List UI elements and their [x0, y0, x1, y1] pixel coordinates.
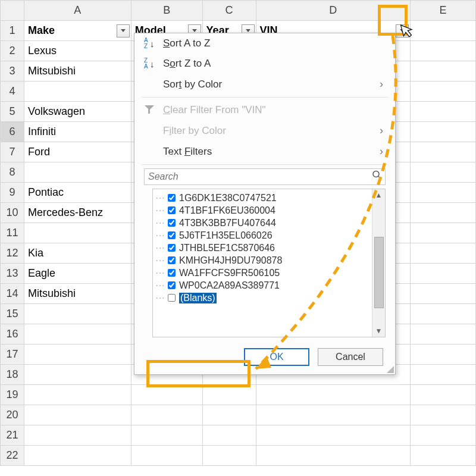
- cell[interactable]: [411, 405, 476, 425]
- cell[interactable]: [24, 162, 131, 183]
- row-header[interactable]: 10: [1, 203, 24, 223]
- ok-button[interactable]: OK: [244, 348, 309, 366]
- row-header[interactable]: 15: [1, 304, 24, 324]
- cell[interactable]: Mitsubishi: [24, 284, 131, 304]
- cell[interactable]: Pontiac: [24, 183, 131, 203]
- cell[interactable]: [411, 345, 476, 365]
- row-header[interactable]: 22: [1, 446, 24, 466]
- row-header[interactable]: 1: [1, 21, 24, 41]
- row-header[interactable]: 17: [1, 345, 24, 365]
- filter-checkbox[interactable]: [168, 244, 176, 252]
- row-header[interactable]: 5: [1, 102, 24, 122]
- filter-item[interactable]: ⋯4T3BK3BB7FU407644: [153, 217, 372, 229]
- cell[interactable]: [411, 385, 476, 405]
- scroll-thumb[interactable]: [374, 237, 384, 308]
- cell[interactable]: Kia: [24, 243, 131, 264]
- filter-item[interactable]: ⋯JTHBL5EF1C5870646: [153, 242, 372, 254]
- cell[interactable]: [202, 385, 256, 405]
- resize-handle[interactable]: [387, 366, 394, 373]
- filter-item[interactable]: ⋯1G6DK1E38C0747521: [153, 192, 372, 204]
- cell[interactable]: [24, 82, 131, 102]
- row-header[interactable]: 6: [1, 122, 24, 142]
- cell[interactable]: [131, 405, 202, 425]
- filter-value-list[interactable]: ⋯1G6DK1E38C0747521⋯4T1BF1FK6EU360004⋯4T3…: [152, 189, 386, 337]
- row-header[interactable]: 21: [1, 425, 24, 446]
- filter-checkbox[interactable]: [168, 256, 176, 264]
- scrollbar[interactable]: ▲ ▼: [372, 189, 385, 337]
- cell[interactable]: [411, 223, 476, 243]
- cell[interactable]: Mitsubishi: [24, 61, 131, 82]
- row-header[interactable]: 3: [1, 61, 24, 82]
- cell[interactable]: [24, 365, 131, 385]
- cell[interactable]: [24, 385, 131, 405]
- col-header-e[interactable]: E: [411, 1, 476, 21]
- cell[interactable]: [24, 345, 131, 365]
- cell-header-make[interactable]: Make: [24, 21, 131, 41]
- col-header-c[interactable]: C: [202, 1, 256, 21]
- cell[interactable]: Lexus: [24, 41, 131, 61]
- scroll-up-icon[interactable]: ▲: [375, 189, 383, 201]
- scroll-down-icon[interactable]: ▼: [375, 325, 383, 337]
- row-header[interactable]: 8: [1, 162, 24, 183]
- cell[interactable]: [411, 425, 476, 446]
- row-header[interactable]: 13: [1, 264, 24, 284]
- cell[interactable]: [411, 82, 476, 102]
- sort-a-to-z[interactable]: ↓ SSort A to Zort A to Z: [134, 33, 395, 54]
- cell[interactable]: [256, 425, 411, 446]
- row-header[interactable]: 14: [1, 284, 24, 304]
- cell[interactable]: [256, 405, 411, 425]
- filter-item[interactable]: ⋯WA1FFCFS9FR506105: [153, 267, 372, 279]
- cell[interactable]: Volkswagen: [24, 102, 131, 122]
- cell[interactable]: [411, 304, 476, 324]
- filter-checkbox[interactable]: [168, 269, 176, 277]
- filter-item[interactable]: ⋯WP0CA2A89AS389771: [153, 279, 372, 292]
- filter-button-make[interactable]: [117, 24, 130, 37]
- row-header[interactable]: 4: [1, 82, 24, 102]
- col-header-a[interactable]: A: [24, 1, 131, 21]
- filter-item[interactable]: ⋯KMHGH4JH9DU790878: [153, 254, 372, 267]
- text-filters[interactable]: Text Filters ›: [134, 141, 395, 162]
- cell[interactable]: [411, 365, 476, 385]
- cell[interactable]: [24, 405, 131, 425]
- filter-checkbox[interactable]: [168, 231, 176, 239]
- filter-checkbox[interactable]: [168, 219, 176, 227]
- cell[interactable]: [24, 425, 131, 446]
- cell[interactable]: [411, 324, 476, 345]
- cancel-button[interactable]: Cancel: [318, 348, 383, 366]
- row-header[interactable]: 19: [1, 385, 24, 405]
- cell[interactable]: [131, 385, 202, 405]
- col-header-b[interactable]: B: [131, 1, 202, 21]
- filter-checkbox[interactable]: [168, 281, 176, 289]
- filter-item[interactable]: ⋯(Blanks): [153, 292, 372, 304]
- col-header-d[interactable]: D: [256, 1, 411, 21]
- sort-by-color[interactable]: Sort by Color ›: [134, 74, 395, 95]
- cell[interactable]: [411, 284, 476, 304]
- cell[interactable]: [24, 223, 131, 243]
- filter-item[interactable]: ⋯4T1BF1FK6EU360004: [153, 204, 372, 217]
- cell[interactable]: [24, 324, 131, 345]
- cell[interactable]: [202, 446, 256, 466]
- cell[interactable]: [411, 61, 476, 82]
- cell[interactable]: Ford: [24, 142, 131, 162]
- filter-item[interactable]: ⋯5J6TF1H35EL066026: [153, 229, 372, 242]
- row-header[interactable]: 7: [1, 142, 24, 162]
- sort-z-to-a[interactable]: ↓ Sort Z to A: [134, 54, 395, 74]
- cell[interactable]: Infiniti: [24, 122, 131, 142]
- cell[interactable]: [131, 446, 202, 466]
- cell[interactable]: [411, 183, 476, 203]
- row-header[interactable]: 11: [1, 223, 24, 243]
- row-header[interactable]: 9: [1, 183, 24, 203]
- row-header[interactable]: 12: [1, 243, 24, 264]
- filter-search-input[interactable]: [144, 168, 386, 185]
- cell[interactable]: [202, 405, 256, 425]
- cell[interactable]: Mercedes-Benz: [24, 203, 131, 223]
- select-all-corner[interactable]: [1, 1, 24, 21]
- cell[interactable]: [411, 122, 476, 142]
- cell[interactable]: [256, 385, 411, 405]
- row-header[interactable]: 18: [1, 365, 24, 385]
- cell[interactable]: [256, 446, 411, 466]
- cell[interactable]: [411, 102, 476, 122]
- cell[interactable]: [131, 425, 202, 446]
- cell[interactable]: [411, 142, 476, 162]
- cell[interactable]: [411, 446, 476, 466]
